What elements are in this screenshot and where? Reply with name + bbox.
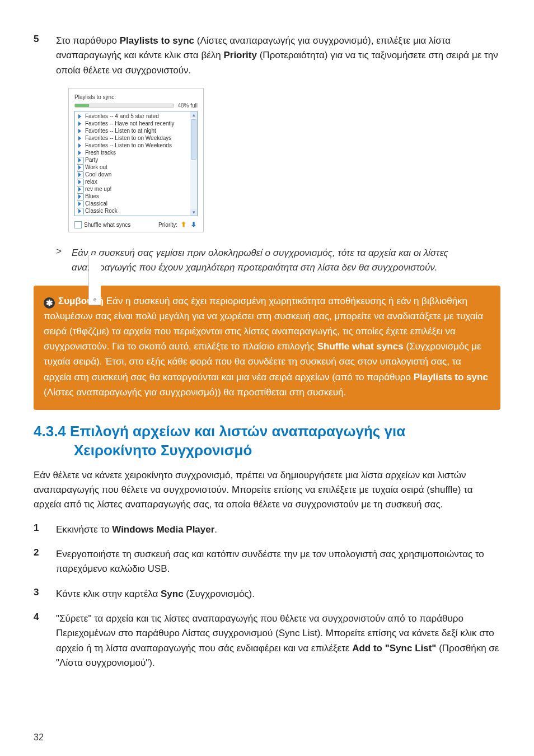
playlist-icon	[77, 157, 83, 163]
priority-controls: Priority: ⬆ ⬇	[158, 221, 198, 228]
note-text: Εάν η συσκευή σας γεμίσει πριν ολοκληρωθ…	[72, 246, 500, 276]
playlist-icon	[77, 121, 83, 127]
playlist-icon	[77, 201, 83, 207]
capacity-label: 48% full	[177, 102, 198, 109]
bold: Windows Media Player	[112, 524, 214, 535]
playlist-item[interactable]: relax	[77, 178, 189, 185]
step-number: 2	[34, 547, 56, 558]
step-body: Στο παράθυρο Playlists to sync (Λίστες α…	[56, 34, 500, 78]
step-number: 1	[34, 522, 56, 534]
playlist-item[interactable]: Favorites -- Listen to on Weekends	[77, 142, 189, 149]
tip-box: ✱Συμβουλή Εάν η συσκευή σας έχει περιορι…	[34, 286, 500, 410]
playlist-item[interactable]: Party	[77, 156, 189, 164]
heading-line1: 4.3.4 Επιλογή αρχείων και λιστών αναπαρα…	[34, 423, 405, 440]
playlist-label: Blues	[85, 193, 99, 199]
playlist-icon	[77, 194, 83, 199]
playlists-listbox[interactable]: Favorites -- 4 and 5 star ratedFavorites…	[74, 111, 198, 216]
step-body: Κάντε κλικ στην καρτέλα Sync (Συγχρονισμ…	[56, 587, 500, 601]
priority-up-icon[interactable]: ⬆	[180, 221, 188, 228]
step-number: 4	[34, 612, 56, 623]
playlist-label: relax	[85, 179, 97, 185]
bold: Add to "Sync List"	[352, 643, 436, 654]
playlist-label: Favorites -- Listen to on Weekdays	[85, 135, 171, 141]
text: Στο παράθυρο	[56, 35, 120, 46]
playlist-label: Cool down	[85, 171, 111, 178]
playlist-item[interactable]: Favorites -- 4 and 5 star rated	[77, 113, 189, 120]
intro-paragraph: Εάν θέλετε να κάνετε χειροκίνητο συγχρον…	[34, 468, 500, 512]
playlist-label: Classic Rock	[85, 208, 118, 214]
note-bullet: >	[56, 246, 66, 257]
playlist-item[interactable]: Blues	[77, 193, 189, 200]
playlist-label: Favorites -- 4 and 5 star rated	[85, 113, 159, 119]
bold: Priority	[223, 50, 257, 60]
bold: Playlists to sync	[120, 35, 194, 46]
heading-line2: Χειροκίνητο Συγχρονισμό	[74, 441, 500, 460]
step-body: Ενεργοποιήστε τη συσκευή σας και κατόπιν…	[56, 547, 500, 577]
priority-label: Priority:	[158, 222, 177, 228]
playlist-item[interactable]: Fresh tracks	[77, 149, 189, 156]
playlist-item[interactable]: Cool down	[77, 171, 189, 178]
playlist-label: Classical	[85, 200, 107, 207]
section-heading: 4.3.4 Επιλογή αρχείων και λιστών αναπαρα…	[34, 422, 500, 460]
playlist-label: Fresh tracks	[85, 150, 116, 156]
playlist-icon	[77, 114, 83, 119]
playlist-icon	[77, 208, 83, 214]
playlist-label: Favorites -- Have not heard recently	[85, 120, 175, 127]
tip-bold: Playlists to sync	[414, 372, 488, 382]
priority-down-icon[interactable]: ⬇	[190, 221, 198, 228]
text: Κάντε κλικ στην καρτέλα	[56, 589, 161, 599]
playlists-to-sync-panel: Playlists to sync: 48% full Favorites --…	[68, 88, 204, 232]
playlist-item[interactable]: rev me up!	[77, 185, 189, 193]
scrollbar[interactable]: ▴ ▾	[190, 111, 197, 216]
capacity-row: 48% full	[69, 102, 203, 111]
playlist-icon	[77, 165, 83, 170]
text: .	[214, 524, 217, 535]
text: Εκκινήστε το	[56, 524, 112, 535]
text: (Συγχρονισμός).	[184, 589, 255, 599]
note: > Εάν η συσκευή σας γεμίσει πριν ολοκληρ…	[56, 246, 500, 276]
step: 4"Σύρετε" τα αρχεία και τις λίστες αναπα…	[34, 612, 500, 670]
playlist-label: Work out	[85, 164, 107, 170]
step: 3Κάντε κλικ στην καρτέλα Sync (Συγχρονισ…	[34, 587, 500, 601]
step-5: 5 Στο παράθυρο Playlists to sync (Λίστες…	[34, 34, 500, 78]
scroll-down-icon[interactable]: ▾	[190, 209, 197, 216]
playlist-item[interactable]: Work out	[77, 164, 189, 171]
step-body: "Σύρετε" τα αρχεία και τις λίστες αναπαρ…	[56, 612, 500, 670]
figure-container: e Playlists to sync: 48% full Favorites …	[56, 88, 500, 232]
page-number: 32	[34, 732, 44, 743]
tab-letter: e	[90, 297, 100, 302]
scroll-up-icon[interactable]: ▴	[190, 111, 197, 118]
playlist-item[interactable]: Classic Rock	[77, 207, 189, 214]
step-body: Εκκινήστε το Windows Media Player.	[56, 522, 500, 537]
checkbox-box[interactable]	[74, 221, 82, 228]
step: 2Ενεργοποιήστε τη συσκευή σας και κατόπι…	[34, 547, 500, 577]
step-number: 3	[34, 587, 56, 598]
playlist-item[interactable]: Classical	[77, 200, 189, 207]
tip-icon: ✱	[44, 297, 55, 309]
tip-bold: Shuffle what syncs	[317, 341, 404, 352]
panel-title: Playlists to sync:	[69, 93, 203, 102]
playlist-icon	[77, 143, 83, 148]
playlist-label: Favorites -- Listen to on Weekends	[85, 142, 172, 148]
playlist-icon	[77, 186, 83, 192]
playlist-label: Party	[85, 157, 98, 163]
playlist-label: rev me up!	[85, 186, 111, 192]
playlist-label: Favorites -- Listen to at night	[85, 128, 156, 134]
shuffle-label: Shuffle what syncs	[84, 222, 130, 228]
bold: Sync	[161, 589, 184, 599]
playlist-item[interactable]: Favorites -- Listen to on Weekdays	[77, 134, 189, 142]
tip-text: (Λίστες αναπαραγωγής για συγχρονισμό)) θ…	[44, 387, 346, 398]
playlist-icon	[77, 150, 83, 156]
playlist-icon	[77, 172, 83, 178]
cut-off-tab: e	[88, 255, 101, 305]
step: 1Εκκινήστε το Windows Media Player.	[34, 522, 500, 537]
playlist-item[interactable]: Favorites -- Have not heard recently	[77, 120, 189, 127]
playlist-icon	[77, 128, 83, 134]
step-number: 5	[34, 34, 56, 45]
shuffle-checkbox[interactable]: Shuffle what syncs	[74, 221, 130, 228]
capacity-bar	[74, 104, 174, 108]
scroll-thumb[interactable]	[191, 119, 196, 160]
playlist-icon	[77, 136, 83, 141]
playlist-icon	[77, 179, 83, 185]
playlist-item[interactable]: Favorites -- Listen to at night	[77, 127, 189, 134]
